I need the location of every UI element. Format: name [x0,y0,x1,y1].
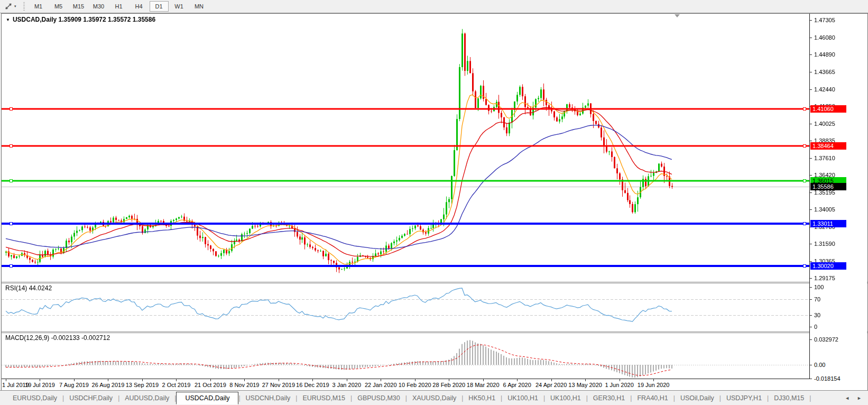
time-axis-tick [40,379,40,381]
toolbar-grip[interactable] [23,2,25,11]
symbol-dropdown-icon[interactable]: ▼ [6,17,10,22]
timeframe-button-m1[interactable]: M1 [29,1,48,12]
chart-tab-eurusd-daily[interactable]: EURUSD,Daily [7,392,62,404]
macd-axis-tick-mark [810,365,812,365]
price-line-label-1-30020[interactable]: 1.30020 [810,262,846,270]
price-axis-tick-mark [810,175,812,176]
timeframe-button-m30[interactable]: M30 [89,1,108,12]
price-axis-tick-mark [810,192,812,193]
chart-tab-usdcad-daily[interactable]: USDCAD,Daily [176,392,238,404]
time-axis-label: 18 Mar 2020 [467,382,500,388]
time-axis-label: 21 Oct 2019 [195,382,226,388]
chart-tab-eurusd-m15[interactable]: EURUSD,M15 [297,392,350,404]
time-axis-tick [210,379,211,381]
chart-tab-usdchf-daily[interactable]: USDCHF,Daily [64,392,118,404]
rsi-axis-tick-mark [810,299,812,300]
rsi-canvas[interactable] [2,283,809,332]
timeframe-button-h1[interactable]: H1 [109,1,128,12]
chart-tab-uk100-h1[interactable]: UK100,H1 [545,392,586,404]
chart-tab-usdcnh-daily[interactable]: USDCNH,Daily [241,392,296,404]
time-axis-label: 3 Jan 2020 [333,382,361,388]
time-axis-tick [176,379,177,381]
price-line-label-1-41060[interactable]: 1.41060 [810,105,846,113]
price-axis[interactable]: 1.473051.460801.448901.436651.424401.412… [809,14,867,379]
time-axis-tick [108,379,108,381]
chart-tab-hk50-h1[interactable]: HK50,H1 [463,392,501,404]
top-toolbar: ▾ M1M5M15M30H1H4D1W1MN [0,0,868,13]
tab-separator: | [809,394,811,402]
macd-canvas[interactable] [2,333,809,379]
time-axis-tick [381,379,381,381]
price-axis-tick-label: 1.46080 [814,34,835,41]
price-axis-tick-label: 1.47305 [814,17,835,23]
time-axis-label: 27 Nov 2019 [262,382,295,388]
chart-tab-bar: EURUSD,Daily|USDCHF,Daily|AUDUSD,Daily|U… [0,390,868,405]
time-axis-label: 28 Feb 2020 [432,382,465,388]
tab-scroll-buttons: ◄► [845,391,862,405]
timeframe-button-m5[interactable]: M5 [49,1,68,12]
timeframe-button-w1[interactable]: W1 [170,1,189,12]
chart-shift-marker[interactable] [675,14,680,17]
chart-tab-fra40-h1[interactable]: FRA40,H1 [632,392,673,404]
price-axis-tick-mark [810,278,812,279]
chart-tab-gbpusd-m30[interactable]: GBPUSD,M30 [352,392,405,404]
rsi-axis-tick-label: 30 [814,312,820,318]
price-axis-tick-label: 1.42440 [814,86,835,93]
price-axis-tick-label: 1.43665 [814,69,835,75]
chart-tab-uk100-h1[interactable]: UK100,H1 [502,392,543,404]
chart-tab-usdjpy-h1[interactable]: USDJPY,H1 [721,392,767,404]
price-axis-tick-mark [810,124,812,124]
timeframe-button-d1[interactable]: D1 [150,1,169,12]
time-axis-label: 2 Oct 2019 [162,382,190,388]
time-axis-tick [142,379,143,381]
price-axis-tick-label: 1.29175 [814,275,835,281]
time-axis-label: 19 Jul 2019 [25,382,55,388]
tab-scroll-left-icon[interactable]: ◄ [845,395,849,401]
chart-window: ▼ USDCAD,Daily 1.35909 1.35972 1.35572 1… [1,13,868,391]
timeframe-button-m15[interactable]: M15 [69,1,88,12]
chart-tab-dj30-m15[interactable]: DJ30,M15 [769,392,809,404]
price-line-label-1-35586[interactable]: 1.35586 [810,183,846,190]
time-axis-label: 13 May 2020 [568,382,602,388]
time-axis-label: 22 Jan 2020 [365,382,397,388]
time-axis-label: 16 Dec 2019 [296,382,329,388]
time-axis-tick [517,379,518,381]
price-axis-tick-mark [810,209,812,210]
time-axis-tick [244,379,245,381]
macd-axis-tick-mark [810,339,812,340]
price-axis-tick-mark [810,72,812,72]
time-axis-tick [74,379,75,381]
time-axis-tick [279,379,279,381]
price-axis-tick-mark [810,141,812,141]
tab-scroll-right-icon[interactable]: ► [857,395,862,401]
time-axis-label: 1 Jun 2020 [605,382,633,388]
time-axis-label: 7 Aug 2019 [59,382,89,388]
timeframe-button-mn[interactable]: MN [190,1,209,12]
time-axis-label: 10 Feb 2020 [399,382,431,388]
macd-label: MACD(12,26,9) -0.002133 -0.002712 [5,334,110,342]
time-axis[interactable]: 1 Jul 201919 Jul 20197 Aug 201926 Aug 20… [2,379,809,390]
price-axis-tick-mark [810,38,812,38]
chart-tab-ger30-h1[interactable]: GER30,H1 [588,392,630,404]
time-axis-label: 19 Jun 2020 [638,382,670,388]
time-axis-tick [653,379,654,381]
time-axis-tick [620,379,620,381]
chart-tab-usoil-daily[interactable]: USOil,Daily [675,392,719,404]
chart-title-text: USDCAD,Daily 1.35909 1.35972 1.35572 1.3… [13,16,155,23]
time-axis-tick [585,379,586,381]
price-chart-canvas[interactable] [2,14,809,282]
price-line-label-1-38464[interactable]: 1.38464 [810,142,846,150]
time-axis-tick [551,379,552,381]
rsi-axis-tick-mark [810,327,812,327]
rsi-axis-tick-label: 0 [814,324,817,330]
chart-tab-audusd-daily[interactable]: AUDUSD,Daily [119,392,174,404]
macd-axis-tick-label: 0.00 [814,362,825,368]
macd-axis-tick-label: 0.032972 [814,336,838,343]
price-axis-tick-label: 1.44890 [814,51,835,58]
pointer-tool-button[interactable]: ▾ [3,1,18,12]
rsi-axis-tick-mark [810,287,812,288]
time-axis-tick [347,379,347,381]
timeframe-button-h4[interactable]: H4 [130,1,149,12]
chart-tab-xauusd-daily[interactable]: XAUUSD,Daily [407,392,461,404]
price-line-label-1-33011[interactable]: 1.33011 [810,220,846,227]
